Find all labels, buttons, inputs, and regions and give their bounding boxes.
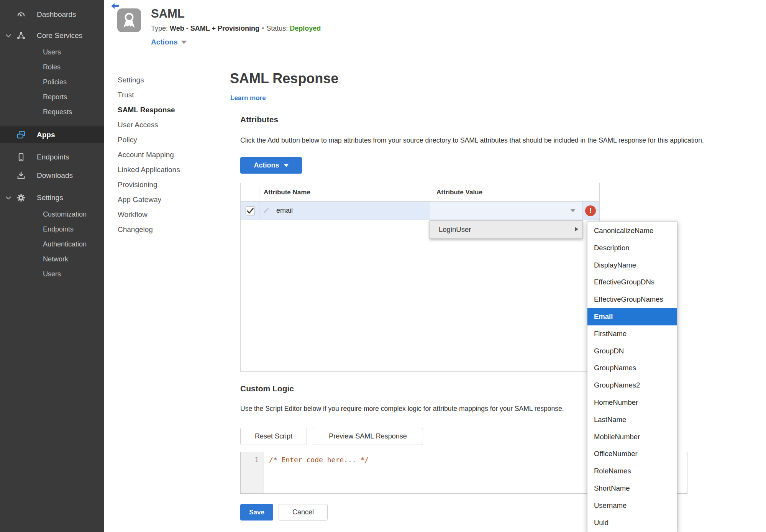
sidebar-item-label: Reports <box>43 93 67 101</box>
sidebar-item-requests[interactable]: Requests <box>0 105 104 120</box>
submenu-item-canonicalizename[interactable]: CanonicalizeName <box>587 222 677 240</box>
subnav-item-workflow[interactable]: Workflow <box>118 207 206 222</box>
subnav-item-provisioning[interactable]: Provisioning <box>118 177 206 192</box>
sidebar-item-core-services[interactable]: Core Services <box>0 26 104 45</box>
sidebar-item-reports[interactable]: Reports <box>0 90 104 105</box>
submenu-item-rolenames[interactable]: RoleNames <box>587 463 677 480</box>
download-icon <box>16 171 26 181</box>
column-divider <box>430 186 430 198</box>
submenu-item-effectivegroupdns[interactable]: EffectiveGroupDNs <box>587 274 677 291</box>
cancel-button[interactable]: Cancel <box>279 504 328 521</box>
sidebar-item-dashboards[interactable]: Dashboards <box>0 5 104 24</box>
subnav-item-changelog[interactable]: Changelog <box>118 222 206 237</box>
header-actions-label: Actions <box>151 38 178 46</box>
submenu-arrow-icon <box>575 227 578 232</box>
chevron-down-icon <box>284 164 289 167</box>
submenu-item-email[interactable]: Email <box>587 308 677 325</box>
subnav-item-linked-applications[interactable]: Linked Applications <box>118 162 206 177</box>
sidebar-item-label: Endpoints <box>37 153 69 161</box>
header-actions-menu[interactable]: Actions <box>151 38 187 46</box>
attribute-value-dropdown[interactable]: LoginUser <box>430 220 583 239</box>
sidebar-item-label: Settings <box>37 194 63 202</box>
column-header-attribute-value: Attribute Value <box>436 183 482 201</box>
status-label: Status: <box>266 25 288 32</box>
apps-icon <box>16 130 26 140</box>
sidebar-item-users[interactable]: Users <box>0 267 104 282</box>
chevron-down-icon[interactable] <box>5 32 12 39</box>
dropdown-item-loginuser[interactable]: LoginUser <box>439 221 471 238</box>
submenu-item-groupnames2[interactable]: GroupNames2 <box>587 377 677 394</box>
attribute-value-cell[interactable] <box>430 202 582 220</box>
sidebar-item-label: Downloads <box>37 171 73 180</box>
submenu-item-uuid[interactable]: Uuid <box>587 514 677 532</box>
attributes-actions-label: Actions <box>254 161 279 169</box>
submenu-item-groupdn[interactable]: GroupDN <box>587 343 677 360</box>
core-services-icon <box>16 31 26 41</box>
submenu-item-effectivegroupnames[interactable]: EffectiveGroupNames <box>587 291 677 308</box>
submenu-item-shortname[interactable]: ShortName <box>587 480 677 497</box>
app-badge-icon <box>117 8 141 32</box>
custom-logic-heading: Custom Logic <box>240 384 294 393</box>
sidebar-item-label: Core Services <box>37 31 82 40</box>
editor-code[interactable]: /* Enter code here... */ <box>269 456 369 464</box>
pencil-icon[interactable] <box>262 206 271 215</box>
sidebar-item-authentication[interactable]: Authentication <box>0 237 104 252</box>
sidebar-item-settings[interactable]: Settings <box>0 189 104 207</box>
error-icon: ! <box>585 205 596 216</box>
submenu-item-homenumber[interactable]: HomeNumber <box>587 394 677 411</box>
reset-script-button[interactable]: Reset Script <box>240 428 307 445</box>
row-checkbox[interactable] <box>246 206 255 215</box>
submenu-item-username[interactable]: Username <box>587 497 677 514</box>
chevron-down-icon <box>570 209 576 212</box>
subnav-item-account-mapping[interactable]: Account Mapping <box>118 147 206 162</box>
subnav-item-trust[interactable]: Trust <box>118 87 206 102</box>
sidebar: DashboardsCore ServicesUsersRolesPolicie… <box>0 0 104 532</box>
attributes-description: Click the Add button below to map attrib… <box>240 136 704 144</box>
submenu-item-lastname[interactable]: LastName <box>587 411 677 429</box>
cell-divider <box>582 202 583 220</box>
save-button[interactable]: Save <box>240 504 273 521</box>
sidebar-item-endpoints[interactable]: Endpoints <box>0 222 104 237</box>
subnav-item-saml-response[interactable]: SAML Response <box>118 102 206 117</box>
sidebar-item-label: Users <box>43 270 61 278</box>
attribute-name-cell: email <box>276 202 293 220</box>
sidebar-item-label: Roles <box>43 63 61 71</box>
sidebar-item-label: Endpoints <box>43 225 74 233</box>
subnav-item-user-access[interactable]: User Access <box>118 117 206 132</box>
sidebar-item-policies[interactable]: Policies <box>0 75 104 90</box>
phone-icon <box>16 152 26 162</box>
gear-icon <box>16 193 26 203</box>
attributes-table-body: email! <box>241 202 599 220</box>
learn-more-link[interactable]: Learn more <box>230 94 266 102</box>
submenu-item-description[interactable]: Description <box>587 240 677 257</box>
sidebar-item-endpoints[interactable]: Endpoints <box>0 148 104 166</box>
submenu-item-displayname[interactable]: DisplayName <box>587 257 677 274</box>
sidebar-item-label: Users <box>43 48 61 56</box>
meta-separator: • <box>259 25 266 32</box>
editor-line-number: 1 <box>241 452 264 493</box>
sidebar-item-roles[interactable]: Roles <box>0 60 104 75</box>
app-subnav: SettingsTrustSAML ResponseUser AccessPol… <box>118 72 206 237</box>
subnav-item-app-gateway[interactable]: App Gateway <box>118 192 206 207</box>
sidebar-item-customization[interactable]: Customization <box>0 207 104 222</box>
table-row[interactable]: email! <box>241 202 599 220</box>
sidebar-item-apps[interactable]: Apps <box>0 126 104 143</box>
sidebar-item-label: Apps <box>37 131 55 139</box>
sidebar-item-downloads[interactable]: Downloads <box>0 166 104 185</box>
attributes-table-header: Attribute Name Attribute Value <box>241 183 599 202</box>
preview-saml-response-button[interactable]: Preview SAML Response <box>313 428 423 445</box>
attribute-submenu: CanonicalizeNameDescriptionDisplayNameEf… <box>587 221 677 532</box>
sidebar-item-network[interactable]: Network <box>0 252 104 267</box>
sidebar-item-users[interactable]: Users <box>0 45 104 60</box>
submenu-item-groupnames[interactable]: GroupNames <box>587 360 677 377</box>
column-divider <box>259 186 259 198</box>
sidebar-nav: DashboardsCore ServicesUsersRolesPolicie… <box>0 0 104 282</box>
submenu-item-officenumber[interactable]: OfficeNumber <box>587 445 677 463</box>
subnav-item-policy[interactable]: Policy <box>118 132 206 147</box>
subnav-item-settings[interactable]: Settings <box>118 72 206 87</box>
attributes-actions-button[interactable]: Actions <box>240 157 302 174</box>
chevron-down-icon[interactable] <box>5 194 12 202</box>
type-value: Web - SAML + Provisioning <box>170 25 259 32</box>
submenu-item-firstname[interactable]: FirstName <box>587 325 677 343</box>
submenu-item-mobilenumber[interactable]: MobileNumber <box>587 429 677 446</box>
